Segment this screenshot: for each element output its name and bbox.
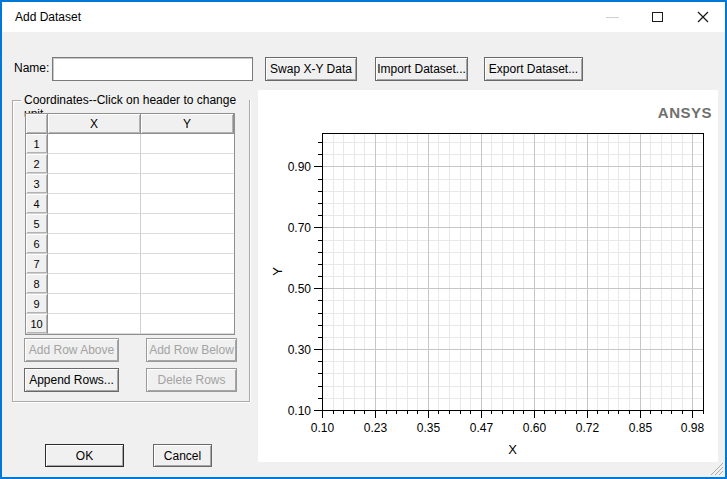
coordinates-groupbox: Coordinates--Click on header to change u…: [12, 100, 250, 402]
import-dataset-button[interactable]: Import Dataset...: [375, 57, 468, 81]
y-tick-label: 0.70: [288, 221, 312, 235]
cell-x-row2[interactable]: [48, 154, 141, 174]
y-axis-title: Y: [270, 267, 285, 276]
minimize-icon: [606, 17, 619, 18]
table-corner-cell: [26, 114, 48, 134]
add-row-below-button: Add Row Below: [146, 338, 237, 362]
row-header-7[interactable]: 7: [26, 254, 48, 274]
delete-rows-button: Delete Rows: [146, 368, 237, 392]
y-tick-label: 0.30: [288, 343, 312, 357]
resize-grip-icon[interactable]: [710, 462, 724, 476]
row-header-1[interactable]: 1: [26, 134, 48, 154]
row-header-2[interactable]: 2: [26, 154, 48, 174]
row-header-3[interactable]: 3: [26, 174, 48, 194]
x-tick-label: 0.72: [576, 421, 600, 435]
x-tick-label: 0.60: [523, 421, 547, 435]
add-dataset-dialog: Add Dataset Name: Swap X-Y Data Import D…: [0, 0, 727, 479]
add-row-above-button: Add Row Above: [24, 338, 119, 362]
cell-y-row3[interactable]: [141, 174, 234, 194]
x-tick-label: 0.47: [470, 421, 494, 435]
cell-x-row7[interactable]: [48, 254, 141, 274]
cell-x-row9[interactable]: [48, 294, 141, 314]
row-header-9[interactable]: 9: [26, 294, 48, 314]
name-input[interactable]: [52, 57, 253, 81]
row-header-8[interactable]: 8: [26, 274, 48, 294]
row-header-4[interactable]: 4: [26, 194, 48, 214]
y-tick-label: 0.90: [288, 160, 312, 174]
cancel-button[interactable]: Cancel: [153, 444, 212, 467]
minimize-button: [590, 2, 635, 32]
cell-x-row5[interactable]: [48, 214, 141, 234]
cell-y-row7[interactable]: [141, 254, 234, 274]
window-controls: [590, 2, 725, 32]
maximize-icon: [652, 12, 663, 22]
ok-button[interactable]: OK: [45, 444, 124, 467]
cell-y-row4[interactable]: [141, 194, 234, 214]
cell-x-row1[interactable]: [48, 134, 141, 154]
column-header-x[interactable]: X: [48, 114, 141, 134]
cell-y-row2[interactable]: [141, 154, 234, 174]
row-header-6[interactable]: 6: [26, 234, 48, 254]
cell-y-row5[interactable]: [141, 214, 234, 234]
x-tick-label: 0.85: [629, 421, 653, 435]
cell-y-row6[interactable]: [141, 234, 234, 254]
cell-y-row8[interactable]: [141, 274, 234, 294]
ansys-watermark: ANSYS: [658, 104, 712, 121]
cell-x-row8[interactable]: [48, 274, 141, 294]
close-icon: [697, 11, 709, 23]
cell-y-row1[interactable]: [141, 134, 234, 154]
preview-chart-panel: ANSYS 0.100.230.350.470.600.720.850.980.…: [258, 90, 718, 462]
cell-x-row3[interactable]: [48, 174, 141, 194]
export-dataset-button[interactable]: Export Dataset...: [484, 57, 583, 81]
cell-x-row6[interactable]: [48, 234, 141, 254]
name-label: Name:: [14, 57, 49, 80]
coordinates-table: X Y 12345678910: [25, 113, 235, 335]
row-header-5[interactable]: 5: [26, 214, 48, 234]
close-button[interactable]: [680, 2, 725, 32]
titlebar: Add Dataset: [2, 2, 725, 32]
x-axis-title: X: [508, 442, 517, 457]
cell-y-row10[interactable]: [141, 314, 234, 334]
dataset-plot: 0.100.230.350.470.600.720.850.980.100.30…: [258, 90, 718, 462]
cell-x-row10[interactable]: [48, 314, 141, 334]
maximize-button[interactable]: [635, 2, 680, 32]
cell-x-row4[interactable]: [48, 194, 141, 214]
dialog-client-area: Name: Swap X-Y Data Import Dataset... Ex…: [2, 32, 725, 477]
column-header-y[interactable]: Y: [141, 114, 234, 134]
x-tick-label: 0.35: [417, 421, 441, 435]
x-tick-label: 0.23: [364, 421, 388, 435]
swap-xy-button[interactable]: Swap X-Y Data: [265, 57, 357, 81]
window-title: Add Dataset: [15, 2, 81, 32]
y-tick-label: 0.50: [288, 282, 312, 296]
x-tick-label: 0.10: [311, 421, 335, 435]
y-tick-label: 0.10: [288, 404, 312, 418]
append-rows-button[interactable]: Append Rows...: [24, 368, 119, 392]
row-header-10[interactable]: 10: [26, 314, 48, 334]
x-tick-label: 0.98: [681, 421, 705, 435]
cell-y-row9[interactable]: [141, 294, 234, 314]
